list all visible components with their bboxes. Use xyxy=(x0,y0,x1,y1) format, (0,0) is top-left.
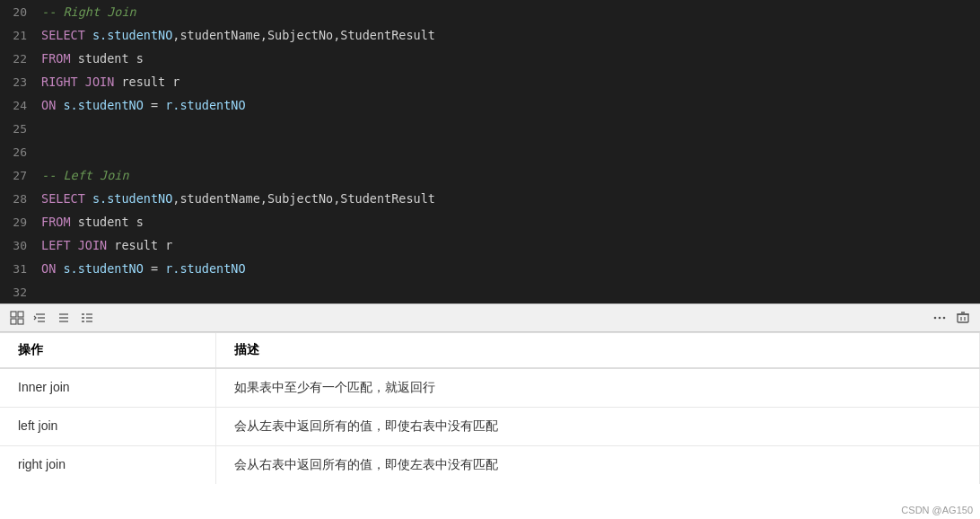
table-container: 操作 描述 Inner join如果表中至少有一个匹配，就返回行left joi… xyxy=(0,332,980,484)
code-line: 21SELECT s.studentNO,studentName,Subject… xyxy=(0,23,980,47)
line-content: LEFT JOIN result r xyxy=(38,238,172,252)
table-row: right join会从右表中返回所有的值，即使左表中没有匹配 xyxy=(0,446,980,485)
svg-point-17 xyxy=(939,317,941,320)
line-number: 23 xyxy=(0,75,38,89)
cell-op: left join xyxy=(0,408,215,446)
line-number: 24 xyxy=(0,99,38,112)
line-number: 29 xyxy=(0,216,38,229)
line-content: SELECT s.studentNO,studentName,SubjectNo… xyxy=(38,28,435,42)
table-row: Inner join如果表中至少有一个匹配，就返回行 xyxy=(0,368,980,408)
list-indent-icon[interactable] xyxy=(32,310,48,326)
line-number: 30 xyxy=(0,239,38,252)
svg-rect-19 xyxy=(958,314,968,322)
footer-credit: CSDN @AG150 xyxy=(901,505,973,515)
line-content: RIGHT JOIN result r xyxy=(38,75,179,89)
line-number: 21 xyxy=(0,29,38,42)
svg-rect-2 xyxy=(11,319,16,324)
line-content: -- Left Join xyxy=(38,168,129,182)
code-line: 27-- Left Join xyxy=(0,163,980,187)
code-line: 25 xyxy=(0,117,980,140)
line-content: FROM student s xyxy=(38,51,144,66)
code-line: 29FROM student s xyxy=(0,210,980,233)
main-container: 20-- Right Join21SELECT s.studentNO,stud… xyxy=(0,0,980,519)
svg-rect-0 xyxy=(11,312,16,317)
cell-desc: 会从左表中返回所有的值，即使右表中没有匹配 xyxy=(215,408,980,446)
line-number: 22 xyxy=(0,52,38,66)
line-number: 26 xyxy=(0,145,38,159)
code-editor: 20-- Right Join21SELECT s.studentNO,stud… xyxy=(0,0,980,303)
col-header-op: 操作 xyxy=(0,333,215,368)
cell-desc: 如果表中至少有一个匹配，就返回行 xyxy=(215,368,980,408)
line-number: 25 xyxy=(0,122,38,136)
svg-point-18 xyxy=(943,317,946,320)
table-header-row: 操作 描述 xyxy=(0,333,980,368)
code-line: 22FROM student s xyxy=(0,47,980,70)
delete-icon[interactable] xyxy=(955,310,971,326)
cell-desc: 会从右表中返回所有的值，即使左表中没有匹配 xyxy=(215,446,980,485)
line-content: ON s.studentNO = r.studentNO xyxy=(38,261,246,276)
code-line: 23RIGHT JOIN result r xyxy=(0,70,980,93)
code-line: 26 xyxy=(0,140,980,163)
line-number: 27 xyxy=(0,169,38,182)
cell-op: right join xyxy=(0,446,215,485)
cell-op: Inner join xyxy=(0,368,215,408)
code-line: 30LEFT JOIN result r xyxy=(0,233,980,257)
line-content: FROM student s xyxy=(38,215,144,229)
code-line: 28SELECT s.studentNO,studentName,Subject… xyxy=(0,187,980,210)
col-header-desc: 描述 xyxy=(215,333,980,368)
line-content: SELECT s.studentNO,studentName,SubjectNo… xyxy=(38,191,435,206)
grid-icon[interactable] xyxy=(9,310,25,326)
code-line: 32 xyxy=(0,280,980,303)
svg-rect-1 xyxy=(18,312,23,317)
svg-rect-3 xyxy=(18,319,23,324)
line-number: 32 xyxy=(0,286,38,299)
svg-point-16 xyxy=(934,317,937,320)
line-number: 28 xyxy=(0,192,38,206)
join-table: 操作 描述 Inner join如果表中至少有一个匹配，就返回行left joi… xyxy=(0,333,980,484)
toolbar-right xyxy=(932,310,971,326)
more-icon[interactable] xyxy=(932,310,948,326)
line-content: ON s.studentNO = r.studentNO xyxy=(38,98,246,112)
line-content: -- Right Join xyxy=(38,4,136,19)
table-row: left join会从左表中返回所有的值，即使右表中没有匹配 xyxy=(0,408,980,446)
editor-toolbar xyxy=(0,303,980,332)
line-number: 31 xyxy=(0,262,38,276)
code-line: 20-- Right Join xyxy=(0,0,980,23)
list-icon[interactable] xyxy=(56,310,72,326)
code-line: 24ON s.studentNO = r.studentNO xyxy=(0,93,980,117)
code-line: 31ON s.studentNO = r.studentNO xyxy=(0,257,980,280)
code-lines: 20-- Right Join21SELECT s.studentNO,stud… xyxy=(0,0,980,303)
list-text-icon[interactable] xyxy=(79,310,95,326)
line-number: 20 xyxy=(0,5,38,19)
